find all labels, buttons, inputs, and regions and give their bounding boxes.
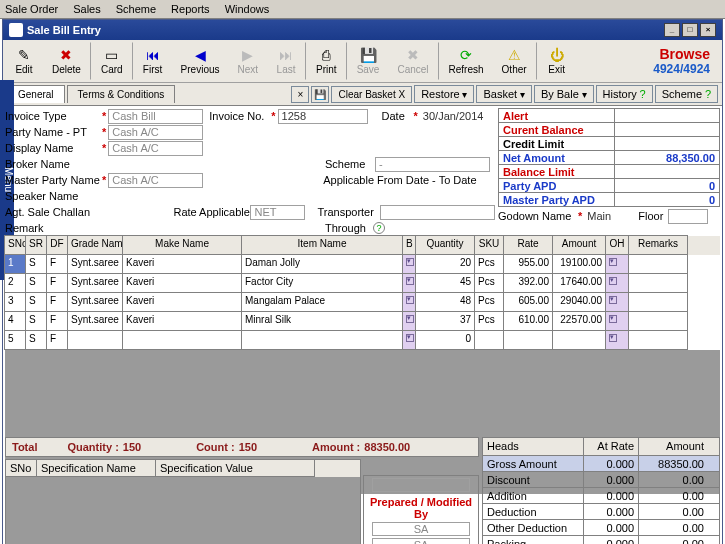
col-remarks[interactable]: Remarks (628, 235, 688, 255)
save-icon: 💾 (358, 46, 378, 64)
col-qty[interactable]: Quantity (415, 235, 475, 255)
table-row[interactable]: 1SFSynt.sareeKaveriDaman Jolly20Pcs955.0… (5, 255, 720, 274)
exit-button[interactable]: ⏻Exit (536, 42, 576, 80)
x-icon: ✖ (56, 46, 76, 64)
prev-icon: ◀ (190, 46, 210, 64)
col-oh[interactable]: OH (605, 235, 629, 255)
tab-terms[interactable]: Terms & Conditions (67, 85, 176, 103)
sidebar: Alert Curent Balance Credit Limit Net Am… (498, 108, 720, 224)
minimize-button[interactable]: _ (664, 23, 680, 37)
heads-row[interactable]: Addition0.0000.00 (482, 487, 720, 504)
col-sku[interactable]: SKU (474, 235, 504, 255)
floor-input[interactable] (668, 209, 708, 224)
col-rate[interactable]: Rate (503, 235, 553, 255)
table-row[interactable]: 5SF0 (5, 331, 720, 350)
first-button[interactable]: ⏮First (132, 42, 172, 80)
rate-app-input[interactable] (250, 205, 305, 220)
col-sr[interactable]: SR (25, 235, 47, 255)
display-name-input[interactable] (108, 141, 203, 156)
heads-row[interactable]: Other Deduction0.0000.00 (482, 519, 720, 536)
heads-col-heads[interactable]: Heads (483, 438, 583, 455)
next-button[interactable]: ▶Next (229, 42, 268, 80)
heads-row[interactable]: Packing0.0000.00 (482, 535, 720, 544)
invoice-no-input[interactable] (278, 109, 368, 124)
basket-button[interactable]: Basket ▾ (476, 85, 531, 103)
menu-reports[interactable]: Reports (171, 3, 210, 15)
heads-row[interactable]: Discount0.0000.00 (482, 471, 720, 488)
by-bale-button[interactable]: By Bale ▾ (534, 85, 594, 103)
toolbar: ✎Edit ✖Delete ▭Card ⏮First ◀Previous ▶Ne… (3, 40, 722, 83)
history-button[interactable]: History ? (596, 85, 653, 103)
prepared-box: Prepared / Modified By SA SA (363, 475, 479, 544)
col-b[interactable]: B (402, 235, 416, 255)
print-button[interactable]: ⎙Print (305, 42, 346, 80)
heads-col-rate[interactable]: At Rate (583, 438, 638, 455)
restore-button[interactable]: Restore ▾ (414, 85, 474, 103)
col-df[interactable]: DF (46, 235, 68, 255)
master-party-input[interactable] (108, 173, 203, 188)
col-grade[interactable]: Grade Name (67, 235, 123, 255)
godown-label: Godown Name (498, 210, 576, 222)
heads-row[interactable]: Deduction0.0000.00 (482, 503, 720, 520)
credit-limit-label: Credit Limit (499, 137, 614, 150)
master-party-apd-label: Master Party APD (499, 193, 614, 206)
current-balance-label: Curent Balance (499, 123, 614, 136)
col-make[interactable]: Make Name (122, 235, 242, 255)
menu-sale-order[interactable]: Sale Order (5, 3, 58, 15)
table-row[interactable]: 4SFSynt.sareeKaveriMinral Silk37Pcs610.0… (5, 312, 720, 331)
heads-row[interactable]: Gross Amount0.00088350.00 (482, 455, 720, 472)
next-icon: ▶ (238, 46, 258, 64)
titlebar: Sale Bill Entry _ □ × (3, 20, 722, 40)
menu-windows[interactable]: Windows (225, 3, 270, 15)
date-input[interactable] (420, 109, 490, 124)
rate-app-label: Rate Applicable (173, 206, 250, 218)
save-button[interactable]: 💾Save (346, 42, 389, 80)
party-apd-label: Party APD (499, 179, 614, 192)
menu-scheme[interactable]: Scheme (116, 3, 156, 15)
edit-button[interactable]: ✎Edit (5, 42, 43, 80)
help-icon[interactable]: ? (373, 222, 385, 234)
spec-col-sno[interactable]: SNo (5, 459, 37, 477)
close-button[interactable]: × (700, 23, 716, 37)
tab-row: General Terms & Conditions × 💾 Clear Bas… (3, 83, 722, 106)
menubar: Sale Order Sales Scheme Reports Windows (0, 0, 725, 19)
refresh-button[interactable]: ⟳Refresh (438, 42, 493, 80)
save-small-button[interactable]: 💾 (311, 86, 329, 103)
close-small-button[interactable]: × (291, 86, 309, 103)
col-item[interactable]: Item Name (241, 235, 403, 255)
scheme-input[interactable] (375, 157, 490, 172)
last-button[interactable]: ⏭Last (267, 42, 305, 80)
heads-col-amount[interactable]: Amount (638, 438, 708, 455)
delete-button[interactable]: ✖Delete (43, 42, 90, 80)
table-row[interactable]: 3SFSynt.sareeKaveriMangalam Palace48Pcs6… (5, 293, 720, 312)
app-icon (9, 23, 23, 37)
invoice-type-input[interactable] (108, 109, 203, 124)
prepared-by-1: SA (372, 522, 470, 536)
spec-col-value[interactable]: Specification Value (155, 459, 315, 477)
menu-sales[interactable]: Sales (73, 3, 101, 15)
card-button[interactable]: ▭Card (90, 42, 132, 80)
party-name-label: Party Name - PT (5, 126, 100, 138)
godown-input[interactable] (584, 209, 638, 224)
table-row[interactable]: 2SFSynt.sareeKaveriFactor City45Pcs392.0… (5, 274, 720, 293)
scheme-button[interactable]: Scheme ? (655, 85, 718, 103)
cancel-button[interactable]: ✖Cancel (388, 42, 437, 80)
heads-grid: Heads At Rate Amount Gross Amount0.00088… (482, 437, 720, 544)
clear-basket-button[interactable]: Clear Basket X (331, 86, 412, 103)
maximize-button[interactable]: □ (682, 23, 698, 37)
last-icon: ⏭ (276, 46, 296, 64)
spec-col-name[interactable]: Specification Name (36, 459, 156, 477)
display-name-label: Display Name (5, 142, 100, 154)
other-button[interactable]: ⚠Other (493, 42, 536, 80)
speaker-name-label: Speaker Name (5, 190, 100, 202)
transporter-label: Transporter (317, 206, 380, 218)
tab-general[interactable]: General (7, 85, 65, 103)
total-bar: Total Quantity :150 Count :150 Amount :8… (5, 437, 479, 457)
col-sno[interactable]: SNo (4, 235, 26, 255)
col-amount[interactable]: Amount (552, 235, 606, 255)
previous-button[interactable]: ◀Previous (172, 42, 229, 80)
transporter-input[interactable] (380, 205, 495, 220)
exit-icon: ⏻ (547, 46, 567, 64)
party-name-input[interactable] (108, 125, 203, 140)
applicable-label: Applicable From Date - To Date (323, 174, 476, 186)
